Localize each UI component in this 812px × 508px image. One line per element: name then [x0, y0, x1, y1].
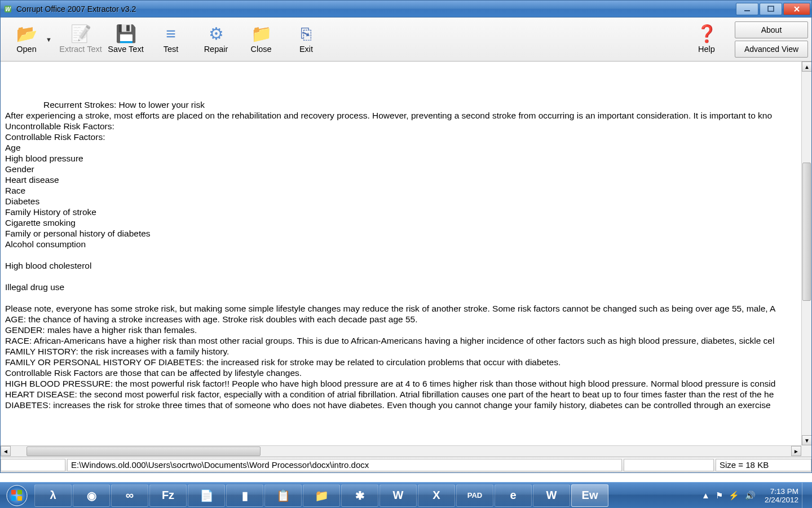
scroll-right-button[interactable]: ►	[791, 446, 801, 456]
svg-rect-5	[11, 490, 16, 494]
doc-line: Please note, everyone has some stroke ri…	[5, 303, 806, 314]
tray-time: 7:13 PM	[770, 487, 798, 496]
status-bar: E:\Windows.old.000\Users\socrtwo\Documen…	[1, 457, 811, 472]
vscroll-thumb[interactable]	[802, 163, 811, 301]
svg-rect-7	[11, 496, 16, 501]
doc-line: HEART DISEASE: the second most powerful …	[5, 389, 806, 400]
maximize-button[interactable]	[760, 3, 782, 15]
doc-line: FAMILY HISTORY: the risk increases with …	[5, 346, 806, 357]
advanced-view-button[interactable]: Advanced View	[735, 41, 808, 58]
windows-taskbar: λ◉∞Fz📄▮📋📁✱WXPADeWEw ▲ ⚑ ⚡ 🔊 7:13 PM 2/24…	[0, 482, 812, 508]
doc-line: FAMILY OR PERSONAL HISTORY OF DIABETES: …	[5, 357, 806, 367]
doc-line	[5, 271, 806, 282]
tray-power-icon[interactable]: ⚡	[729, 491, 739, 501]
status-path: E:\Windows.old.000\Users\socrtwo\Documen…	[67, 459, 622, 471]
taskbar-item-cmd[interactable]: ▮	[226, 484, 263, 507]
taskbar-item-lambda[interactable]: λ	[34, 484, 72, 507]
titlebar: W Corrupt Office 2007 Extractor v3.2	[1, 1, 811, 17]
scroll-left-button[interactable]: ◄	[1, 446, 11, 456]
doc-line: After experiencing a stroke, most effort…	[5, 110, 806, 121]
test-icon: ≡	[166, 25, 176, 42]
tray-flag-icon[interactable]: ⚑	[716, 491, 723, 501]
extract-icon: 📝	[70, 25, 91, 42]
extracted-text-view[interactable]: Recurrent Strokes: How to lower your ris…	[1, 62, 811, 457]
doc-line: Illegal drug use	[5, 282, 806, 292]
main-toolbar: 📂 Open ▼ 📝 Extract Text 💾 Save Text ≡ Te…	[1, 17, 811, 62]
help-button[interactable]: ❓ Help	[684, 20, 729, 59]
app-icon: W	[3, 4, 13, 14]
horizontal-scrollbar[interactable]: ◄ ►	[1, 445, 801, 457]
doc-line: AGE: the chance of having a stroke incre…	[5, 314, 806, 325]
window-title: Corrupt Office 2007 Extractor v3.2	[16, 5, 735, 14]
doc-line: Family History of stroke	[5, 207, 806, 217]
taskbar-item-app-red[interactable]: ✱	[341, 484, 378, 507]
system-tray: ▲ ⚑ ⚡ 🔊 7:13 PM 2/24/2012	[701, 487, 802, 504]
test-button[interactable]: ≡ Test	[148, 20, 193, 59]
doc-line: Gender	[5, 164, 806, 174]
taskbar-item-notepadpp[interactable]: 📋	[264, 484, 302, 507]
svg-rect-3	[768, 6, 774, 11]
doc-line: DIABETES: increases the risk for stroke …	[5, 400, 806, 410]
scroll-corner	[801, 445, 811, 457]
taskbar-item-ie[interactable]: e	[495, 484, 532, 507]
doc-line: High blood pressure	[5, 153, 806, 164]
help-label: Help	[698, 45, 715, 54]
taskbar-item-explorer[interactable]: 📁	[303, 484, 340, 507]
taskbar-item-app-green[interactable]: W	[533, 484, 570, 507]
vertical-scrollbar[interactable]: ▲ ▼	[801, 62, 811, 445]
doc-line: Uncontrollable Risk Factors:	[5, 121, 806, 132]
status-size: Size = 18 KB	[716, 459, 811, 471]
taskbar-item-chrome[interactable]: ◉	[73, 484, 110, 507]
exit-button[interactable]: ⎘ Exit	[284, 20, 329, 59]
tray-date: 2/24/2012	[765, 496, 798, 504]
save-label: Save Text	[108, 45, 143, 54]
vscroll-track[interactable]	[802, 72, 811, 435]
taskbar-item-notepad[interactable]: 📄	[188, 484, 225, 507]
doc-line: HIGH BLOOD PRESSURE: the most powerful r…	[5, 378, 806, 389]
close-file-button[interactable]: 📁 Close	[239, 20, 284, 59]
tray-show-hidden-icon[interactable]: ▲	[701, 491, 710, 500]
taskbar-item-visualstudio[interactable]: ∞	[111, 484, 148, 507]
doc-line: Controllable Risk Factors are those that…	[5, 367, 806, 378]
minimize-button[interactable]	[736, 3, 758, 15]
taskbar-item-word[interactable]: W	[379, 484, 417, 507]
doc-line: Heart disease	[5, 174, 806, 185]
doc-line: RACE: African-Americans have a higher ri…	[5, 335, 806, 346]
open-dropdown[interactable]: ▼	[46, 36, 52, 43]
extract-text-button[interactable]: 📝 Extract Text	[58, 20, 103, 59]
hscroll-track[interactable]	[11, 446, 791, 457]
save-icon: 💾	[116, 25, 136, 42]
hscroll-thumb[interactable]	[27, 446, 261, 456]
doc-line: Family or personal history of diabetes	[5, 228, 806, 239]
doc-line: Race	[5, 185, 806, 196]
show-desktop-button[interactable]	[802, 483, 809, 509]
doc-line: Controllable Risk Factors:	[5, 132, 806, 142]
tray-volume-icon[interactable]: 🔊	[745, 491, 756, 501]
save-text-button[interactable]: 💾 Save Text	[103, 20, 148, 59]
doc-line: Diabetes	[5, 196, 806, 207]
taskbar-item-extractor[interactable]: Ew	[571, 484, 608, 507]
doc-line	[5, 249, 806, 260]
taskbar-item-excel[interactable]: X	[418, 484, 455, 507]
repair-icon: ⚙	[209, 25, 224, 42]
open-button[interactable]: 📂 Open	[4, 20, 49, 59]
close-icon: 📁	[251, 25, 272, 42]
content-area: Recurrent Strokes: How to lower your ris…	[1, 62, 811, 457]
extract-label: Extract Text	[59, 45, 102, 54]
exit-label: Exit	[299, 45, 313, 54]
taskbar-item-padgen[interactable]: PAD	[456, 484, 493, 507]
repair-button[interactable]: ⚙ Repair	[193, 20, 239, 59]
tray-clock[interactable]: 7:13 PM 2/24/2012	[765, 487, 798, 504]
svg-text:W: W	[5, 6, 11, 12]
close-button[interactable]	[783, 3, 810, 15]
taskbar-item-filezilla[interactable]: Fz	[149, 484, 187, 507]
scroll-up-button[interactable]: ▲	[802, 62, 811, 72]
open-label: Open	[16, 45, 36, 54]
svg-rect-8	[17, 496, 22, 501]
about-button[interactable]: About	[735, 21, 808, 38]
doc-title-line: Recurrent Strokes: How to lower your ris…	[5, 99, 806, 110]
scroll-down-button[interactable]: ▼	[802, 435, 811, 445]
test-label: Test	[164, 45, 179, 54]
start-button[interactable]	[0, 483, 34, 509]
svg-point-4	[7, 485, 27, 506]
